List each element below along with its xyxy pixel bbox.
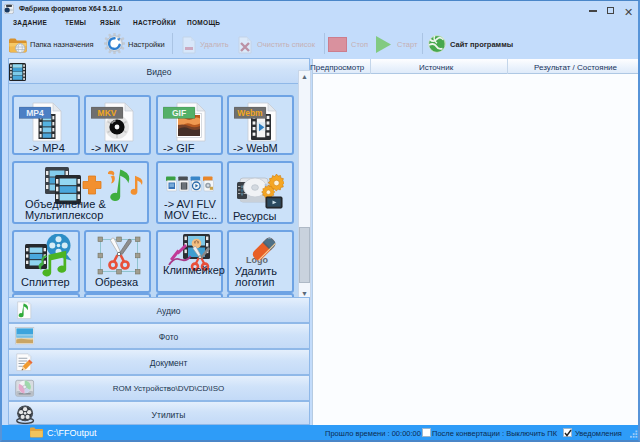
svg-text:GIF: GIF (172, 108, 186, 118)
svg-text:MP4: MP4 (26, 108, 44, 118)
svg-text:MKV: MKV (98, 108, 117, 118)
svg-text:Webm: Webm (237, 108, 263, 118)
